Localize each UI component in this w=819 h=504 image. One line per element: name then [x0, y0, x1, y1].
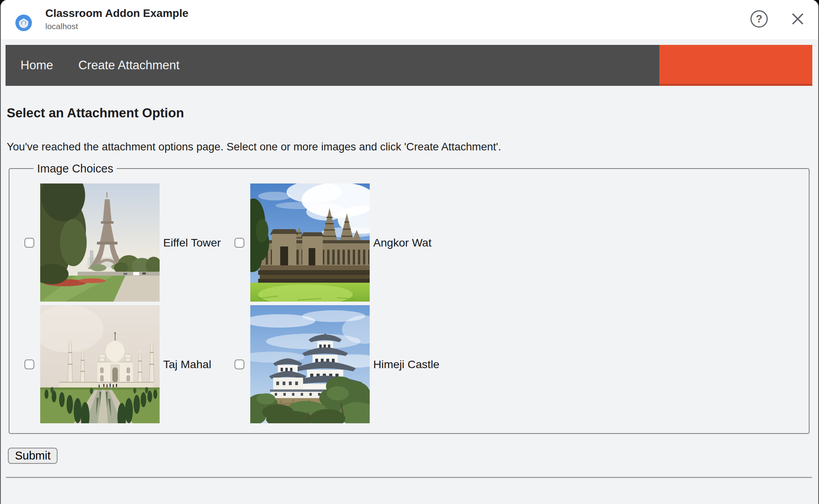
choice-himeji-castle[interactable]: Himeji Castle	[235, 305, 439, 423]
addon-dialog: Classroom Addon Example localhost ? Home…	[0, 0, 819, 504]
navbar: Home Create Attachment	[6, 45, 812, 86]
angkor-wat-image[interactable]	[250, 183, 370, 302]
page-title: Select an Attachment Option	[7, 104, 184, 122]
nav-accent-block	[659, 45, 812, 86]
himeji-castle-image[interactable]	[250, 305, 370, 423]
angkor-wat-checkbox[interactable]	[235, 238, 244, 248]
choice-label: Eiffel Tower	[163, 236, 221, 249]
wrench-nut-glyph	[15, 15, 32, 31]
choice-eiffel-tower[interactable]: Eiffel Tower	[24, 183, 235, 302]
submit-button[interactable]: Submit	[8, 448, 58, 464]
taj-mahal-checkbox[interactable]	[24, 359, 34, 369]
choice-row: Eiffel Tower	[24, 183, 797, 302]
dialog-title: Classroom Addon Example	[45, 7, 188, 20]
taj-mahal-image[interactable]	[40, 305, 160, 423]
dialog-header: Classroom Addon Example localhost ?	[1, 0, 818, 39]
choice-label: Angkor Wat	[373, 236, 432, 249]
image-choices-legend: Image Choices	[34, 161, 117, 176]
eiffel-tower-image[interactable]	[40, 183, 160, 302]
help-icon[interactable]: ?	[750, 10, 768, 28]
classroom-addon-logo-icon	[15, 15, 32, 31]
image-choices-fieldset: Image Choices	[9, 161, 810, 434]
help-glyph: ?	[756, 13, 763, 25]
page-description: You've reached the attachment options pa…	[7, 139, 501, 154]
close-icon[interactable]	[789, 11, 806, 27]
nav-create-attachment-link[interactable]: Create Attachment	[78, 58, 180, 72]
choice-label: Himeji Castle	[373, 358, 439, 371]
horizontal-rule	[6, 477, 812, 479]
choice-row: Taj Mahal	[24, 305, 797, 423]
eiffel-tower-checkbox[interactable]	[24, 238, 34, 248]
choice-angkor-wat[interactable]: Angkor Wat	[235, 183, 432, 302]
dialog-title-block: Classroom Addon Example localhost	[45, 7, 188, 32]
choice-label: Taj Mahal	[163, 358, 211, 371]
choice-taj-mahal[interactable]: Taj Mahal	[24, 305, 235, 423]
himeji-castle-checkbox[interactable]	[235, 359, 244, 369]
dialog-origin: localhost	[45, 21, 188, 32]
nav-home-link[interactable]: Home	[20, 58, 53, 72]
